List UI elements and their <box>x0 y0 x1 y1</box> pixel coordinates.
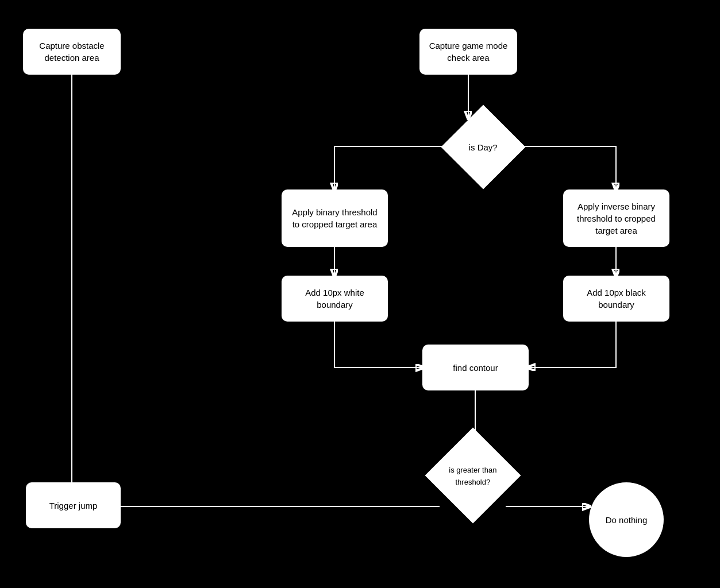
capture-game-mode-label: Capture game mode check area <box>428 40 509 64</box>
capture-obstacle-label: Capture obstacle detection area <box>31 40 113 64</box>
capture-obstacle-node: Capture obstacle detection area <box>23 29 121 75</box>
is-greater-diamond: is greater than threshold? <box>425 428 521 524</box>
trigger-jump-node: Trigger jump <box>26 482 121 528</box>
apply-binary-node: Apply binary threshold to cropped target… <box>282 189 388 247</box>
find-contour-label: find contour <box>453 362 498 374</box>
add-white-boundary-node: Add 10px white boundary <box>282 276 388 322</box>
capture-game-mode-node: Capture game mode check area <box>419 29 517 75</box>
add-black-boundary-node: Add 10px black boundary <box>563 276 669 322</box>
apply-inverse-binary-node: Apply inverse binary threshold to croppe… <box>563 189 669 247</box>
is-greater-label: is greater than threshold? <box>449 466 496 486</box>
apply-binary-label: Apply binary threshold to cropped target… <box>290 206 380 230</box>
is-day-diamond: is Day? <box>441 105 525 189</box>
do-nothing-node: Do nothing <box>589 482 664 557</box>
do-nothing-label: Do nothing <box>606 514 648 526</box>
add-black-boundary-label: Add 10px black boundary <box>571 287 661 311</box>
trigger-jump-label: Trigger jump <box>49 500 98 512</box>
is-day-label: is Day? <box>469 142 498 152</box>
find-contour-node: find contour <box>422 345 529 390</box>
apply-inverse-binary-label: Apply inverse binary threshold to croppe… <box>571 200 661 237</box>
add-white-boundary-label: Add 10px white boundary <box>290 287 380 311</box>
